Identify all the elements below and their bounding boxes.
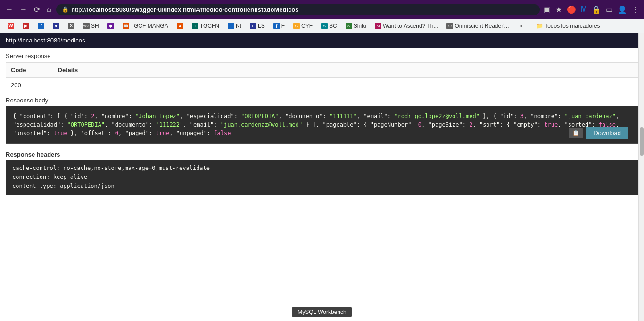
bookmark-omniscient[interactable]: O Omniscient Reader'... [443, 22, 512, 30]
forward-button[interactable]: → [18, 4, 29, 15]
details-header: Details [53, 63, 638, 78]
bookmark-ls[interactable]: L LS [246, 22, 269, 30]
back-button[interactable]: ← [4, 4, 15, 15]
all-bookmarks[interactable]: 📁 Todos los marcadores [532, 22, 603, 30]
extension4-button[interactable]: ▭ [605, 4, 614, 15]
code-content: { "content": [ { "id": 2, "nombre": "Joh… [13, 113, 619, 136]
bookmark-ls-label: LS [258, 23, 265, 29]
screenshot-button[interactable]: ▣ [543, 4, 552, 15]
bookmark-w[interactable]: W [4, 22, 18, 30]
bookmark-ascend-icon: M [375, 23, 381, 29]
menu-button[interactable]: ⋮ [631, 4, 640, 15]
table-row: 200 [6, 78, 638, 93]
bookmark-ascend-label: Want to Ascend? Th... [383, 23, 438, 29]
bookmark-yt-icon: ▶ [23, 23, 29, 29]
more-bookmarks-label: » [519, 23, 522, 29]
bookmark-shifu-label: Shifu [354, 23, 366, 29]
bookmark-sh[interactable]: WX SH [79, 22, 103, 30]
bookmark-cyf-icon: C [293, 23, 300, 29]
response-headers-section: Response headers [0, 147, 644, 160]
scrollbar-thumb [640, 127, 644, 156]
mysql-tooltip: MySQL Workbench [292, 307, 352, 317]
response-body-text: Response body [6, 97, 48, 104]
copy-icon: 📋 [572, 130, 579, 136]
page-content: http://localhost:8080/medicos Server res… [0, 33, 644, 321]
avatar-button[interactable]: 👤 [617, 4, 628, 15]
bookmark-sc-label: SC [329, 23, 337, 29]
server-response-label: Server response [6, 52, 50, 59]
more-bookmarks-button[interactable]: » [515, 22, 526, 30]
bookmark-9-icon: ▲ [177, 23, 183, 29]
bookmark-cyf-label: CYF [301, 23, 313, 29]
bookmark-nt-label: Nt [236, 23, 241, 29]
bookmark-tgcfn-icon: T [192, 23, 198, 29]
bookmark-tgcfmanga-label: TGCF MANGA [131, 23, 168, 29]
bookmark-omniscient-icon: O [446, 23, 453, 29]
browser-actions: ▣ ★ 🔴 M 🔒 ▭ 👤 ⋮ [543, 4, 640, 15]
bookmarks-bar: W ▶ f ● X WX SH ◆ 📖 TGCF MANGA ▲ T TGCFN… [0, 19, 644, 33]
bookmark-4[interactable]: ● [49, 22, 63, 30]
extension2-button[interactable]: M [580, 4, 588, 15]
url-display: http://localhost:8080/medicos [0, 33, 644, 48]
bookmark-fb-icon: f [38, 23, 44, 29]
copy-button[interactable]: 📋 [569, 128, 583, 138]
bookmark-tgcfmanga[interactable]: 📖 TGCF MANGA [119, 22, 172, 30]
bookmark-tgcfn[interactable]: T TGCFN [188, 22, 223, 30]
bookmark-shifu-icon: S [346, 23, 352, 29]
bookmark-sh-label: SH [91, 23, 99, 29]
bookmark-dot[interactable]: ◆ [104, 22, 118, 30]
bookmark-shifu[interactable]: S Shifu [342, 22, 370, 30]
lock-icon: 🔒 [62, 6, 69, 13]
bookmark-nt-icon: f [228, 23, 234, 29]
browser-chrome: ← → ⟳ ⌂ 🔒 http://localhost:8080/swagger-… [0, 0, 644, 19]
bookmark-dot-icon: ◆ [107, 23, 114, 29]
all-bookmarks-label: Todos los marcadores [545, 23, 600, 29]
response-table: Code Details 200 [6, 62, 638, 93]
address-bar[interactable]: 🔒 http://localhost:8080/swagger-ui/index… [56, 4, 540, 15]
code-header: Code [6, 63, 53, 78]
response-body-code[interactable]: { "content": [ { "id": 2, "nombre": "Joh… [6, 106, 638, 143]
extension1-button[interactable]: 🔴 [566, 4, 577, 15]
home-button[interactable]: ⌂ [45, 4, 53, 15]
download-area: 📋 Download [569, 127, 628, 139]
server-response-header: Server response [0, 48, 644, 62]
bookmark-f-label: F [281, 23, 285, 29]
bookmark-star[interactable]: ★ [554, 4, 563, 15]
page-scrollbar[interactable] [638, 33, 644, 321]
bookmark-f-icon: f [273, 23, 280, 29]
url-display-text: http://localhost:8080/medicos [6, 37, 85, 44]
table-header-row: Code Details [6, 63, 638, 78]
bookmark-x-icon: X [68, 23, 74, 29]
browser-nav: ← → ⟳ ⌂ 🔒 http://localhost:8080/swagger-… [0, 0, 644, 19]
download-button[interactable]: Download [586, 127, 628, 139]
bookmark-fb[interactable]: f [34, 22, 48, 30]
folder-icon: 📁 [536, 23, 543, 29]
mysql-tooltip-text: MySQL Workbench [297, 309, 346, 315]
bookmark-nt[interactable]: f Nt [224, 22, 245, 30]
bookmark-w-icon: W [8, 23, 14, 29]
bookmark-yt[interactable]: ▶ [19, 22, 33, 30]
response-table-section: Code Details 200 [0, 62, 644, 93]
bookmark-x[interactable]: X [64, 22, 78, 30]
bookmark-cyf[interactable]: C CYF [289, 22, 316, 30]
download-label: Download [594, 129, 621, 136]
extension3-button[interactable]: 🔒 [591, 4, 602, 15]
address-text: http://localhost:8080/swagger-ui/index.h… [72, 6, 534, 13]
bookmarks-separator [529, 22, 529, 30]
bookmark-tgcfn-label: TGCFN [200, 23, 219, 29]
response-body-label: Response body [0, 93, 644, 106]
response-headers-label: Response headers [6, 151, 60, 158]
bookmark-sh-icon: WX [83, 23, 90, 29]
bookmark-ascend[interactable]: M Want to Ascend? Th... [371, 22, 442, 30]
bookmark-sc[interactable]: S SC [317, 22, 341, 30]
bookmark-f[interactable]: f F [270, 22, 289, 30]
bookmark-9[interactable]: ▲ [173, 22, 187, 30]
bookmark-omniscient-label: Omniscient Reader'... [454, 23, 509, 29]
reload-button[interactable]: ⟳ [32, 4, 42, 15]
response-headers-code: cache-control: no-cache,no-store,max-age… [6, 160, 638, 195]
status-code: 200 [6, 78, 53, 93]
bookmark-sc-icon: S [321, 23, 328, 29]
bookmark-ls-icon: L [250, 23, 256, 29]
details-cell [53, 78, 638, 93]
bookmark-tgcfmanga-icon: 📖 [123, 23, 129, 29]
